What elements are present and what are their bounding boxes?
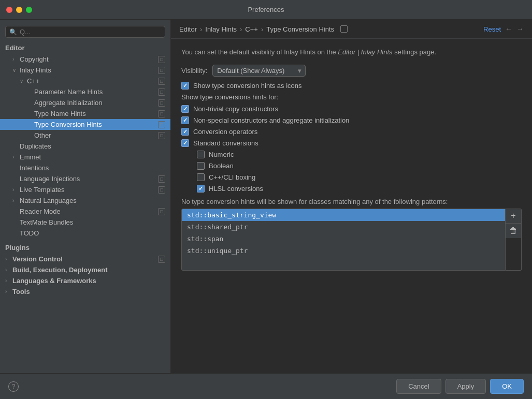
numeric-row: Numeric (181, 151, 522, 158)
reset-button[interactable]: Reset (483, 25, 501, 33)
main-container: 🔍 Editor › Copyright □ ∨ Inlay Hints □ ∨… (0, 20, 532, 373)
sidebar-item-parameter-name-hints[interactable]: Parameter Name Hints □ (0, 86, 170, 97)
non-trivial-copy-checkbox[interactable]: ✓ (181, 105, 189, 113)
expand-arrow: › (12, 154, 20, 160)
list-item[interactable]: std::basic_string_view (182, 209, 505, 221)
expand-arrow: ∨ (12, 67, 20, 73)
list-item[interactable]: std::shared_ptr (182, 221, 505, 233)
search-icon: 🔍 (9, 28, 17, 36)
visibility-select[interactable]: Default (Show Always) Always Never (212, 65, 306, 77)
sidebar-section-plugins: Plugins (0, 242, 170, 254)
content-body: You can set the default visibility of In… (171, 39, 532, 373)
numeric-checkbox[interactable] (197, 151, 205, 158)
cpp-cli-boxing-label: C++/CLI boxing (209, 173, 255, 181)
hlsl-conversions-checkbox[interactable]: ✓ (197, 185, 205, 193)
sidebar-item-live-templates[interactable]: › Live Templates □ (0, 184, 170, 195)
non-trivial-copy-row: ✓ Non-trivial copy constructors (181, 105, 522, 113)
sidebar-item-aggregate-initialization[interactable]: Aggregate Initialization □ (0, 97, 170, 108)
sidebar-item-copyright[interactable]: › Copyright □ (0, 54, 170, 65)
conversion-operators-checkbox[interactable]: ✓ (181, 128, 189, 136)
sidebar-item-build-execution-deployment[interactable]: › Build, Execution, Deployment (0, 264, 170, 275)
remove-pattern-button[interactable]: 🗑 (506, 224, 521, 238)
sidebar-item-cpp[interactable]: ∨ C++ □ (0, 76, 170, 86)
conversion-operators-label: Conversion operators (193, 128, 257, 136)
conversion-operators-row: ✓ Conversion operators (181, 128, 522, 136)
cpp-cli-boxing-checkbox[interactable] (197, 173, 205, 181)
search-wrap[interactable]: 🔍 (5, 26, 165, 38)
minimize-button[interactable] (16, 7, 22, 13)
window-icon (340, 25, 348, 33)
hlsl-conversions-row: ✓ HLSL conversions (181, 185, 522, 193)
sidebar-item-languages-frameworks[interactable]: › Languages & Frameworks (0, 275, 170, 286)
cpp-cli-boxing-row: C++/CLI boxing (181, 173, 522, 181)
maximize-button[interactable] (26, 7, 32, 13)
sidebar-item-other[interactable]: Other □ (0, 130, 170, 141)
visibility-row: Visibility: Default (Show Always) Always… (181, 65, 522, 77)
sidebar-item-emmet[interactable]: › Emmet (0, 152, 170, 162)
content-header: Editor › Inlay Hints › C++ › Type Conver… (171, 20, 532, 39)
breadcrumb-sep-3: › (261, 25, 263, 33)
boolean-label: Boolean (209, 162, 234, 170)
boolean-checkbox[interactable] (197, 162, 205, 170)
action-buttons: Cancel Apply OK (396, 379, 524, 394)
close-button[interactable] (6, 7, 12, 13)
item-badge: □ (158, 56, 165, 63)
back-arrow[interactable]: ← (505, 25, 512, 33)
help-button[interactable]: ? (8, 381, 19, 392)
pattern-list: std::basic_string_view std::shared_ptr s… (181, 209, 506, 271)
sidebar-item-tools[interactable]: › Tools (0, 286, 170, 297)
non-special-constructors-checkbox[interactable]: ✓ (181, 116, 189, 124)
item-badge: □ (158, 78, 165, 85)
show-as-icons-label: Show type conversion hints as icons (193, 82, 302, 90)
sidebar-item-language-injections[interactable]: Language Injections □ (0, 173, 170, 184)
expand-arrow: › (12, 187, 20, 193)
non-trivial-copy-label: Non-trivial copy constructors (193, 105, 278, 113)
breadcrumb-type-conversion-hints: Type Conversion Hints (266, 25, 334, 33)
standard-conversions-label: Standard conversions (193, 139, 258, 147)
expand-arrow: › (5, 278, 12, 284)
list-item[interactable]: std::unique_ptr (182, 245, 505, 257)
boolean-row: Boolean (181, 162, 522, 170)
item-badge: □ (158, 208, 165, 215)
sidebar-item-inlay-hints[interactable]: ∨ Inlay Hints □ (0, 65, 170, 76)
add-pattern-button[interactable]: + (506, 209, 521, 224)
expand-arrow: › (5, 256, 12, 262)
titlebar: Preferences (0, 0, 532, 20)
cancel-button[interactable]: Cancel (396, 379, 441, 394)
info-text: You can set the default visibility of In… (181, 47, 522, 57)
visibility-select-wrap[interactable]: Default (Show Always) Always Never (212, 65, 306, 77)
apply-button[interactable]: Apply (445, 379, 486, 394)
expand-arrow: › (12, 56, 20, 62)
numeric-label: Numeric (209, 151, 234, 158)
item-badge: □ (158, 121, 165, 128)
breadcrumb-cpp[interactable]: C++ (245, 25, 258, 33)
item-badge: □ (158, 99, 165, 107)
sidebar-item-type-conversion-hints[interactable]: Type Conversion Hints □ (0, 119, 170, 130)
forward-arrow[interactable]: → (516, 25, 524, 33)
search-input[interactable] (20, 28, 161, 36)
sidebar-item-intentions[interactable]: Intentions (0, 162, 170, 173)
list-item[interactable]: std::span (182, 233, 505, 245)
sidebar-item-todo[interactable]: TODO (0, 228, 170, 239)
breadcrumb-editor[interactable]: Editor (179, 25, 197, 33)
visibility-label: Visibility: (181, 67, 207, 75)
sidebar-item-textmate-bundles[interactable]: TextMate Bundles (0, 217, 170, 228)
breadcrumb-inlay-hints[interactable]: Inlay Hints (205, 25, 237, 33)
sidebar-item-type-name-hints[interactable]: Type Name Hints □ (0, 108, 170, 119)
traffic-lights (6, 7, 32, 13)
sidebar-item-version-control[interactable]: › Version Control □ (0, 254, 170, 264)
expand-arrow: › (5, 267, 12, 273)
ok-button[interactable]: OK (490, 379, 524, 394)
sidebar: 🔍 Editor › Copyright □ ∨ Inlay Hints □ ∨… (0, 20, 171, 373)
item-badge: □ (158, 175, 165, 183)
standard-conversions-row: ✓ Standard conversions (181, 139, 522, 147)
standard-conversions-checkbox[interactable]: ✓ (181, 139, 189, 147)
sidebar-item-duplicates[interactable]: Duplicates (0, 141, 170, 152)
breadcrumb-sep-2: › (240, 25, 242, 33)
sidebar-item-natural-languages[interactable]: › Natural Languages (0, 195, 170, 206)
sidebar-section-editor: Editor (0, 42, 170, 54)
sidebar-item-reader-mode[interactable]: Reader Mode □ (0, 206, 170, 217)
show-as-icons-checkbox[interactable]: ✓ (181, 82, 189, 90)
item-badge: □ (158, 256, 165, 263)
window-title: Preferences (248, 6, 284, 13)
